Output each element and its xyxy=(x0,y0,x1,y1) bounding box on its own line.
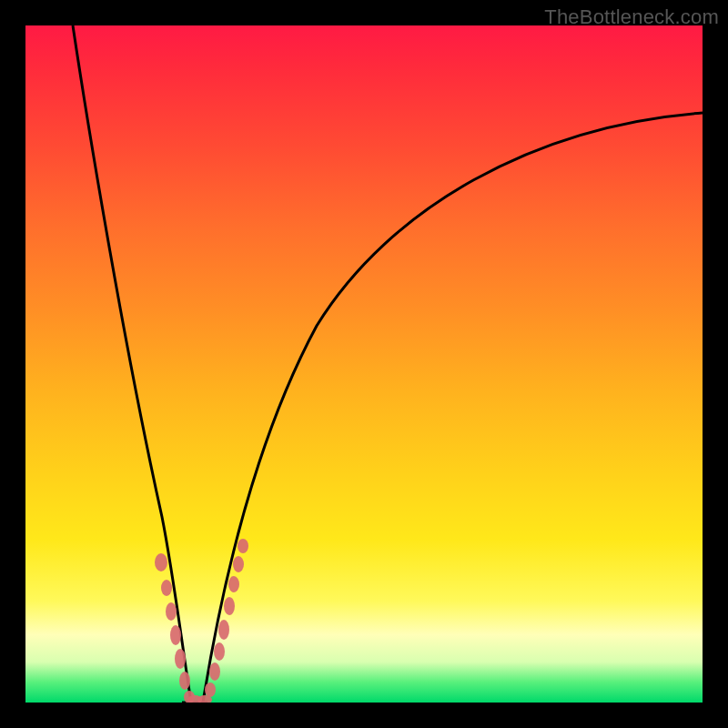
marker-dot xyxy=(214,642,225,661)
marker-dot xyxy=(155,553,167,571)
marker-dot xyxy=(170,625,181,645)
marker-dot xyxy=(209,662,220,681)
marker-dot xyxy=(228,576,239,592)
marker-dot xyxy=(175,649,186,669)
marker-dot xyxy=(205,682,216,697)
marker-dot xyxy=(187,695,202,703)
marker-dot xyxy=(197,695,212,703)
marker-dot xyxy=(233,556,244,572)
marker-dot xyxy=(166,602,177,621)
marker-dot xyxy=(161,580,172,596)
marker-dot xyxy=(238,539,248,553)
marker-dot xyxy=(184,691,195,703)
chart-stage: TheBottleneck.com xyxy=(0,0,728,728)
curve-right-branch xyxy=(203,113,703,703)
curve-left-branch xyxy=(73,25,191,703)
marker-dot xyxy=(179,672,190,690)
marker-dot xyxy=(224,597,235,615)
marker-dots xyxy=(155,539,248,703)
chart-plot-area xyxy=(25,25,703,703)
chart-curve-layer xyxy=(25,25,703,703)
marker-dot xyxy=(218,620,229,640)
